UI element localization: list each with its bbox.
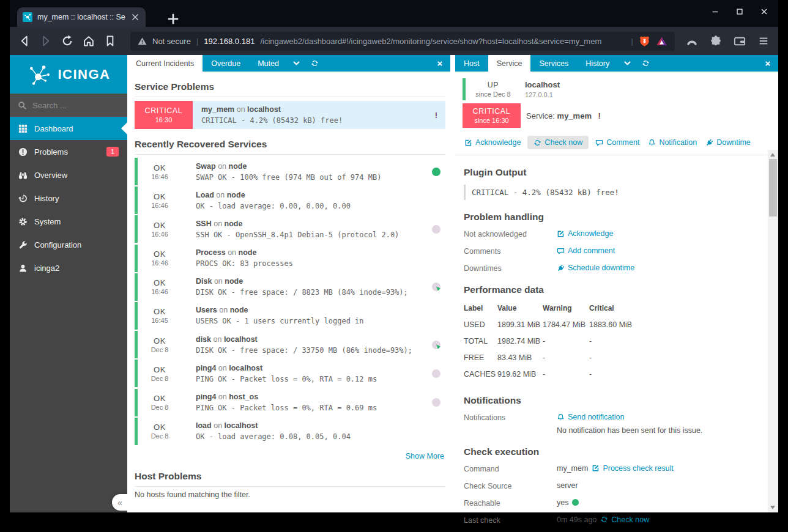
forward-icon xyxy=(40,35,52,47)
history-icon xyxy=(18,194,28,203)
new-tab-button[interactable] xyxy=(164,10,179,24)
downtime-icon xyxy=(557,264,565,272)
detail-close-icon[interactable]: × xyxy=(757,55,778,72)
host-since: since Dec 8 xyxy=(475,91,510,98)
home-icon[interactable] xyxy=(83,35,95,47)
back-icon[interactable] xyxy=(18,35,31,47)
state-dot xyxy=(432,283,440,291)
dashboard-close-icon[interactable]: × xyxy=(429,55,450,72)
tab-host[interactable]: Host xyxy=(455,55,488,72)
recovered-service-row[interactable]: OK 16:45 Users on node USERS OK - 1 user… xyxy=(135,302,445,330)
menu-hamburger-icon[interactable] xyxy=(757,35,770,47)
tab-close-icon[interactable] xyxy=(130,12,140,22)
dashboard-tabs-chevron-down-icon[interactable] xyxy=(288,55,306,72)
service-label: Service: xyxy=(526,111,555,120)
wallet-icon[interactable] xyxy=(734,35,746,47)
sidebar-item-system[interactable]: System xyxy=(10,210,127,233)
recovered-service-row[interactable]: OK Dec 8 load on localhost OK - load ave… xyxy=(135,418,445,445)
recovered-service-row[interactable]: OK 16:46 Process on node PROCS OK: 83 pr… xyxy=(135,245,445,272)
sidebar-item-icinga2[interactable]: icinga2 xyxy=(10,256,127,279)
brave-shield-icon[interactable] xyxy=(639,35,650,47)
detail-tabs-chevron-down-icon[interactable] xyxy=(618,55,636,72)
recovered-service-row[interactable]: OK Dec 8 ping4 on host_os PING OK - Pack… xyxy=(135,389,445,416)
window-maximize-button[interactable] xyxy=(735,7,744,16)
sidebar: ICINGA DashboardProblems1OverviewHistory… xyxy=(10,55,127,512)
sidebar-item-overview[interactable]: Overview xyxy=(10,163,127,187)
recovered-service-row[interactable]: OK 16:46 Swap on node SWAP OK - 100% fre… xyxy=(135,158,445,185)
window-close-button[interactable] xyxy=(760,7,768,16)
show-more-link[interactable]: Show More xyxy=(406,452,444,460)
notifications-row: Notifications Send notification No notif… xyxy=(464,413,770,435)
state-dot xyxy=(432,168,440,176)
browser-tab-title: my_mem :: localhost :: Serv xyxy=(37,13,125,21)
section-title-performance: Performance data xyxy=(464,284,770,295)
window-minimize-button[interactable] xyxy=(711,7,719,16)
service-state-badge: CRITICAL since 16:30 xyxy=(463,103,521,128)
recovered-service-row[interactable]: OK 16:46 SSH on node SSH OK - OpenSSH_8.… xyxy=(135,215,445,243)
comment-icon xyxy=(557,247,565,255)
comment-button[interactable]: Comment xyxy=(593,136,641,149)
scrollbar[interactable] xyxy=(768,150,778,512)
search-input[interactable] xyxy=(32,101,119,110)
extensions-puzzle-icon[interactable] xyxy=(710,35,722,47)
refresh-icon xyxy=(600,515,608,523)
url-bar[interactable]: Not secure | 192.168.0.181/icingaweb2/da… xyxy=(130,32,675,51)
section-title-notifications: Notifications xyxy=(464,395,770,406)
sidebar-search[interactable] xyxy=(10,94,127,117)
problem-handling-link[interactable]: Add comment xyxy=(557,246,615,255)
scrollbar-thumb[interactable] xyxy=(769,159,777,216)
notifications-label: Notifications xyxy=(464,413,557,422)
reachable-value: yes xyxy=(557,498,568,507)
sidebar-item-history[interactable]: History xyxy=(10,187,127,210)
check-source-row: Check Source server xyxy=(464,481,770,490)
scroll-up-icon[interactable] xyxy=(770,153,775,157)
edit-icon xyxy=(557,230,565,238)
problem-handling-link[interactable]: Acknowledge xyxy=(557,229,613,238)
tab-overdue[interactable]: Overdue xyxy=(203,55,249,72)
scroll-down-icon[interactable] xyxy=(770,506,775,509)
check-now-button[interactable]: Check now xyxy=(527,136,589,149)
section-title-problem-handling: Problem handling xyxy=(464,212,770,223)
last-check-value: 0m 49s ago xyxy=(557,515,597,524)
tab-history[interactable]: History xyxy=(577,55,618,72)
sidebar-collapse-button[interactable]: « xyxy=(112,494,128,511)
recovered-service-row[interactable]: OK Dec 8 disk on localhost DISK OK - fre… xyxy=(135,331,445,358)
check-now-link[interactable]: Check now xyxy=(600,515,649,524)
service-detail-panel: HostServiceServicesHistory× UP since Dec… xyxy=(455,55,778,512)
send-notification-link[interactable]: Send notification xyxy=(557,413,624,421)
process-check-result-link[interactable]: Process check result xyxy=(592,464,673,473)
notification-button[interactable]: Notification xyxy=(646,136,699,149)
recovered-service-row[interactable]: OK Dec 8 ping4 on localhost PING OK - Pa… xyxy=(135,360,445,387)
browser-tab[interactable]: my_mem :: localhost :: Serv xyxy=(17,7,146,27)
bookmark-icon[interactable] xyxy=(104,35,116,47)
sidebar-item-label: System xyxy=(34,217,61,226)
host-summary[interactable]: UP since Dec 8 localhost 127.0.0.1 xyxy=(463,78,771,100)
tab-muted[interactable]: Muted xyxy=(249,55,288,72)
tab-current-incidents[interactable]: Current Incidents xyxy=(127,55,203,72)
acknowledge-button[interactable]: Acknowledge xyxy=(463,136,522,149)
reachable-ok-dot xyxy=(572,499,579,506)
vpn-arc-icon[interactable] xyxy=(686,35,698,47)
problem-handling-link[interactable]: Schedule downtime xyxy=(557,264,634,272)
perf-row: CACHES919.62 MiB-- xyxy=(464,367,663,383)
host-name: localhost xyxy=(525,80,560,89)
detail-refresh-icon[interactable] xyxy=(636,55,655,72)
recovered-service-row[interactable]: OK 16:46 Load on node OK - load average:… xyxy=(135,187,445,214)
service-problem-row[interactable]: CRITICAL 16:30 my_mem on localhost CRITI… xyxy=(135,101,445,129)
tab-service[interactable]: Service xyxy=(488,55,531,72)
service-summary[interactable]: CRITICAL since 16:30 Service: my_mem ! xyxy=(463,103,771,128)
reload-icon[interactable] xyxy=(61,35,73,47)
browser-tabstrip: my_mem :: localhost :: Serv xyxy=(10,0,778,27)
sidebar-item-label: Overview xyxy=(34,171,67,180)
downtime-button[interactable]: Downtime xyxy=(704,136,753,149)
recovered-service-row[interactable]: OK 16:46 Disk on node DISK OK - free spa… xyxy=(135,273,445,301)
sidebar-item-dashboard[interactable]: Dashboard xyxy=(10,117,127,140)
system-icon xyxy=(18,217,28,226)
detail-tabbar: HostServiceServicesHistory× xyxy=(455,55,778,72)
sidebar-item-configuration[interactable]: Configuration xyxy=(10,233,127,256)
service-flag: ! xyxy=(598,111,601,120)
bat-rewards-icon[interactable] xyxy=(656,35,667,47)
sidebar-item-problems[interactable]: Problems1 xyxy=(10,140,127,163)
tab-services[interactable]: Services xyxy=(530,55,577,72)
dashboard-refresh-icon[interactable] xyxy=(306,55,324,72)
